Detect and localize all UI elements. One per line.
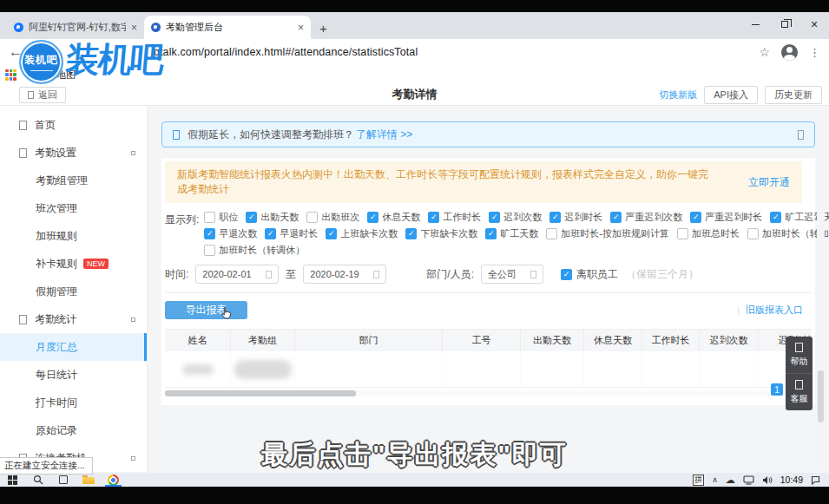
dept-select[interactable]: 全公司 [481,265,543,284]
table-cell [584,351,642,387]
range-separator: 至 [286,267,296,282]
column-checkbox[interactable]: ✓ 旷工天数 [485,227,538,240]
ime-indicator[interactable]: 拼 [693,475,704,486]
banner-detail-link[interactable]: 了解详情 >> [356,128,412,142]
tab-strip: 阿里钉钉官网-钉钉,数字化新工作 × 考勤管理后台 × + × [0,12,829,39]
resigned-checkbox[interactable]: ✓ 离职员工 （保留三个月） [561,267,699,282]
help-icon [795,343,803,352]
sidebar-item[interactable]: 加班规则 [0,222,147,250]
active-app-indicator [105,485,122,487]
column-checkbox[interactable]: ✓ 休息天数 [367,211,420,224]
browser-menu-icon[interactable]: ⋮ [809,46,820,59]
sidebar-item[interactable]: 每日统计 [0,361,147,389]
close-button[interactable]: × [799,12,829,36]
switch-new-link[interactable]: 切换新版 [659,88,697,101]
help-button[interactable]: 帮助 [786,337,813,373]
taskbar-icons [0,473,126,487]
clock[interactable]: 10:49 [780,475,803,485]
browser-tab[interactable]: 阿里钉钉官网-钉钉,数字化新工作 × [7,16,144,39]
sidebar-item[interactable]: 考勤设置 [0,139,147,167]
date-to-input[interactable]: 2020-02-19 [303,265,386,284]
minimize-button[interactable] [740,12,770,36]
old-report-entry[interactable]: | 旧版报表入口 [737,304,803,317]
main-content: 假期延长，如何快速调整考勤排班？ 了解详情 >> 新版考勤智能统计报表火热内测中… [148,106,829,472]
api-access-button[interactable]: API接入 [704,86,758,104]
sidebar-item[interactable]: 考勤组管理 [0,167,147,194]
browser-tab[interactable]: 考勤管理后台 × [144,16,311,39]
hidden-icons-chevron[interactable]: ∧ [712,475,718,484]
vertical-scrollbar-thumb[interactable] [818,370,824,422]
chrome-taskbar-button[interactable] [101,473,126,487]
checkbox-icon: ✓ [405,228,417,239]
file-explorer-button[interactable] [76,473,101,487]
activate-now-link[interactable]: 立即开通 [748,175,790,190]
sidebar-menu: 首页 考勤设置 考勤组管理 班次管理 加班规则 [0,106,148,472]
column-checkbox[interactable]: ✓ 早退次数 [204,227,257,240]
sidebar-item[interactable]: 假期管理 [0,278,147,305]
column-checkbox[interactable]: ✓ 出勤天数 [246,211,299,224]
sidebar-item[interactable]: 月度汇总 [0,333,147,361]
date-from-input[interactable]: 2020-02-01 [195,265,279,284]
sidebar-item[interactable]: 首页 [0,111,147,139]
calendar-icon [266,271,272,278]
hscroll-thumb[interactable] [165,390,356,396]
menu-tofu-icon [19,121,27,130]
apps-grid-icon[interactable] [5,69,16,81]
bookmarks-bar: 地图 [0,65,829,84]
calendar-icon [373,271,379,278]
checkbox-icon [204,212,215,223]
profile-avatar[interactable] [781,44,798,61]
start-button[interactable] [0,473,25,487]
checkbox-icon: ✓ [428,212,439,223]
columns-filter: 显示列: 职位 ✓ 出勤天数 出勤班次 ✓ 休息天数 ✓ 工作时长 ✓ 迟到次数… [165,203,812,257]
cloud-icon[interactable]: ☁ [726,475,735,485]
task-view-button[interactable] [50,473,76,487]
speaker-icon[interactable] [762,475,773,485]
table-header-cell: 工号 [443,330,521,351]
sidebar-item[interactable]: 考勤统计 [0,305,147,333]
tab-close-icon[interactable]: × [131,23,137,33]
column-checkbox[interactable]: ✓ 迟到次数 [489,211,542,224]
notification-icon[interactable] [811,475,820,485]
export-report-button[interactable]: 导出报表 [165,301,247,319]
column-checkbox[interactable]: ✓ 工作时长 [428,211,481,224]
column-checkbox[interactable]: ✓ 严重迟到次数 [610,211,682,224]
table-cell [443,351,521,387]
tab-favicon-icon [151,23,161,32]
service-button[interactable]: 客服 [786,373,813,410]
browser-window: 阿里钉钉官网-钉钉,数字化新工作 × 考勤管理后台 × + × ← gtalk.… [0,12,829,473]
tab-close-icon[interactable]: × [298,23,304,33]
sidebar-item[interactable]: 补卡规则 NEW [0,250,147,278]
redacted-name [182,364,214,375]
new-badge: NEW [83,259,109,269]
history-update-button[interactable]: 历史更新 [765,86,822,104]
new-tab-button[interactable]: + [319,22,327,35]
checkbox-icon [204,245,215,256]
sidebar-item[interactable]: 班次管理 [0,194,147,222]
network-icon[interactable] [743,475,754,485]
address-bar[interactable]: gtalk.com/portal/index.html#/attendance/… [154,46,418,58]
column-checkbox[interactable]: ✓ 严重迟到时长 [690,211,762,224]
column-checkbox[interactable]: 出勤班次 [306,211,359,224]
bookmark-star-icon[interactable]: ☆ [759,45,770,59]
window-controls: × [740,12,829,36]
column-checkbox[interactable]: ✓ 早退时长 [265,227,318,240]
column-checkbox[interactable]: ✓ 迟到时长 [549,211,602,224]
banner-close-icon[interactable] [798,130,804,140]
column-checkbox[interactable]: 加班总时长 [677,227,740,240]
web-page: 返回 考勤详情 切换新版 API接入 历史更新 首页 考勤设置 [0,84,829,473]
column-checkbox[interactable]: ✓ 下班缺卡次数 [405,227,477,240]
column-checkbox[interactable]: 加班时长-按加班规则计算 [546,227,669,240]
bookmark-map[interactable]: 地图 [56,69,76,82]
column-checkbox[interactable]: 加班时长（转调休） [204,244,305,257]
table-body-row [165,351,812,388]
restore-button[interactable] [770,12,799,36]
column-checkbox[interactable]: ✓ 上班缺卡次数 [326,227,398,240]
page-header-actions: 切换新版 API接入 历史更新 [659,86,822,104]
sidebar-item[interactable]: 打卡时间 [0,389,147,416]
column-checkbox[interactable]: 职位 [204,211,238,224]
horizontal-scrollbar[interactable] [165,390,812,396]
back-icon[interactable]: ← [9,44,23,60]
search-button[interactable] [25,473,50,487]
table-header-cell: 部门 [295,330,443,351]
